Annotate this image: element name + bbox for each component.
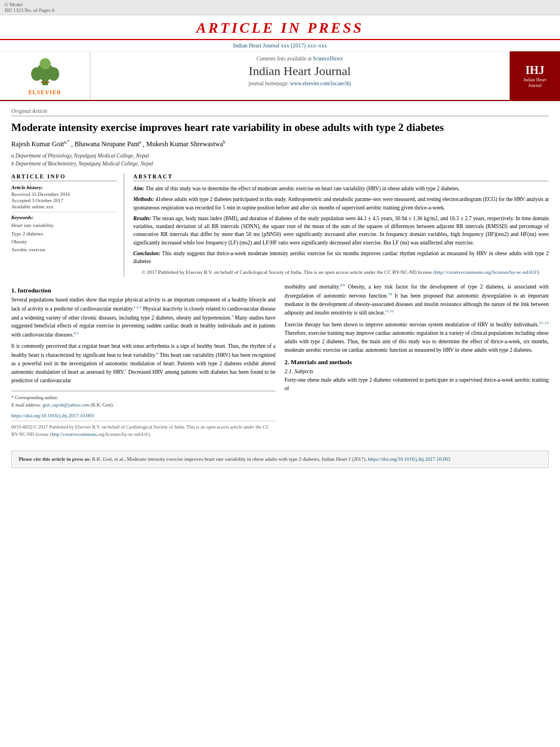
intro-para1: Several populations based studies show t… bbox=[11, 296, 275, 339]
doi-line: Indian Heart Journal xxx (2017) xxx–xxx bbox=[0, 40, 560, 51]
conclusion-text: This study suggests that thrice-a-week m… bbox=[133, 251, 549, 264]
keyword2: Type 2 diabetes bbox=[11, 230, 117, 238]
citation-text: R.K. Goit, et al., Moderate intensity ex… bbox=[92, 456, 366, 462]
section2-title: 2. Materials and methods bbox=[285, 359, 549, 365]
main-content: Original Article Moderate intensity exer… bbox=[0, 101, 560, 445]
ihj-badge: IHJ Indian HeartJournal bbox=[523, 64, 546, 88]
author1-name: Rajesh Kumar Goit bbox=[11, 140, 64, 148]
svg-point-3 bbox=[48, 67, 59, 81]
footnote-area: * Corresponding author. E-mail address: … bbox=[11, 391, 275, 409]
keywords-label: Keywords: bbox=[11, 215, 117, 220]
intro-section-title: 1. Introduction bbox=[11, 287, 275, 294]
accepted-date: Accepted 3 October 2017 bbox=[11, 198, 117, 203]
citation-label: Please cite this article in press as: bbox=[19, 456, 91, 462]
abstract-copyright: © 2017 Published by Elsevier B.V. on beh… bbox=[133, 269, 549, 277]
license-link[interactable]: (http://creativecommons.org/licenses/by-… bbox=[434, 269, 541, 275]
methods-text: 41obese adults with type 2 diabetes part… bbox=[133, 196, 549, 210]
svg-point-4 bbox=[40, 58, 51, 69]
citation-box: Please cite this article in press as: R.… bbox=[11, 451, 549, 469]
body-content: 1. Introduction Several populations base… bbox=[11, 282, 549, 438]
footnote-email: E-mail address: goit_rajesh@yahoo.com (R… bbox=[11, 401, 275, 409]
affiliations: a Department of Physiology, Nepalgunj Me… bbox=[11, 152, 549, 168]
author3-sup: b bbox=[223, 139, 225, 145]
journal-header-right: IHJ Indian HeartJournal bbox=[509, 51, 560, 100]
affiliation1: a Department of Physiology, Nepalgunj Me… bbox=[11, 152, 549, 160]
article-history-label: Article history: bbox=[11, 185, 117, 190]
top-banner: G Model IHJ 1323 No. of Pages 6 bbox=[0, 0, 560, 15]
footnote-corresponding: * Corresponding author. bbox=[11, 394, 275, 401]
abstract-heading: ABSTRACT bbox=[133, 173, 549, 181]
aim-label: Aim: bbox=[133, 186, 145, 191]
keyword1: Heart rate variability bbox=[11, 221, 117, 229]
journal-url[interactable]: www.elsevier.com/locate/ihj bbox=[290, 81, 351, 86]
info-divider bbox=[11, 212, 117, 212]
author1-sup: a,* bbox=[64, 139, 69, 145]
body-left-col: 1. Introduction Several populations base… bbox=[11, 282, 275, 438]
journal-header: ELSEVIER Contents lists available at Sci… bbox=[0, 51, 560, 101]
g-model-label: G Model IHJ 1323 No. of Pages 6 bbox=[5, 2, 55, 13]
author2-name: , Bhawana Neupane Pant bbox=[71, 140, 139, 148]
received-date: Received 31 December 2016 bbox=[11, 191, 117, 197]
results-label: Results: bbox=[133, 216, 151, 221]
right-para3: Forty-one obese male adults with type 2 … bbox=[285, 376, 549, 392]
article-type: Original Article bbox=[11, 108, 549, 116]
results-text: The mean age, body mass index (BMI), and… bbox=[133, 216, 549, 246]
article-in-press-title: ARTICLE IN PRESS bbox=[0, 20, 560, 37]
contents-line: Contents lists available at ScienceDirec… bbox=[95, 56, 505, 62]
author2-sup: a bbox=[139, 139, 142, 145]
journal-homepage: journal homepage: www.elsevier.com/locat… bbox=[95, 81, 505, 86]
body-two-col: 1. Introduction Several populations base… bbox=[11, 282, 549, 438]
results-section: Results: The mean age, body mass index (… bbox=[133, 215, 549, 247]
email-link[interactable]: goit_rajesh@yahoo.com bbox=[42, 402, 89, 408]
abstract-col: ABSTRACT Aim: The aim of this study was … bbox=[133, 173, 549, 277]
article-info-heading: ARTICLE INFO bbox=[11, 173, 117, 181]
aim-section: Aim: The aim of this study was to determ… bbox=[133, 185, 549, 193]
subsection-title: 2.1. Subjects bbox=[285, 368, 549, 374]
conclusion-label: Conclusion: bbox=[133, 251, 160, 256]
keyword4: Aerobic exercise bbox=[11, 246, 117, 254]
methods-section: Methods: 41obese adults with type 2 diab… bbox=[133, 195, 549, 212]
svg-rect-5 bbox=[41, 81, 49, 83]
citation-doi-link[interactable]: https://doi.org/10.1016/j.ihj.2017.10.00… bbox=[368, 456, 450, 462]
right-para2: Exercise therapy has been shown to impro… bbox=[285, 320, 549, 354]
doi-footer: https://doi.org/10.1016/j.ihj.2017.10.00… bbox=[11, 412, 275, 418]
abstract-text: Aim: The aim of this study was to determ… bbox=[133, 185, 549, 277]
journal-header-center: Contents lists available at ScienceDirec… bbox=[90, 51, 509, 100]
info-abstract-section: ARTICLE INFO Article history: Received 3… bbox=[11, 173, 549, 277]
bottom-copyright: 0019-4832/© 2017 Published by Elsevier B… bbox=[11, 421, 275, 438]
elsevier-logo: ELSEVIER bbox=[25, 56, 65, 95]
keyword3: Obesity bbox=[11, 238, 117, 246]
doi-footer-link[interactable]: https://doi.org/10.1016/j.ihj.2017.10.00… bbox=[11, 413, 94, 418]
bottom-cc-link[interactable]: http://creativecommons. bbox=[51, 431, 98, 437]
methods-label: Methods: bbox=[133, 196, 154, 202]
elsevier-tree-icon bbox=[25, 56, 65, 87]
right-para1: morbidity and mortality.8,9 Obesity, a k… bbox=[285, 282, 549, 317]
keywords-list: Heart rate variability Type 2 diabetes O… bbox=[11, 221, 117, 254]
doi-link[interactable]: Indian Heart Journal xxx (2017) xxx–xxx bbox=[233, 42, 327, 49]
author3-name: , Mukesh Kumar Shrewastwa bbox=[143, 140, 223, 148]
article-title: Moderate intensity exercise improves hea… bbox=[11, 121, 549, 135]
article-in-press-bar: ARTICLE IN PRESS bbox=[0, 15, 560, 40]
elsevier-text: ELSEVIER bbox=[25, 89, 65, 95]
journal-title: Indian Heart Journal bbox=[95, 64, 505, 78]
body-right-col: morbidity and mortality.8,9 Obesity, a k… bbox=[285, 282, 549, 438]
available-online: Available online xxx bbox=[11, 204, 117, 209]
sciencedirect-link[interactable]: ScienceDirect bbox=[313, 56, 343, 62]
intro-para2: It is commonly perceived that a regular … bbox=[11, 342, 275, 385]
article-info-col: ARTICLE INFO Article history: Received 3… bbox=[11, 173, 124, 277]
affiliation2: b Department of Biochemistry, Nepalgunj … bbox=[11, 160, 549, 168]
conclusion-section: Conclusion: This study suggests that thr… bbox=[133, 250, 549, 266]
authors-line: Rajesh Kumar Goita,* , Bhawana Neupane P… bbox=[11, 139, 549, 148]
svg-point-2 bbox=[31, 67, 42, 81]
journal-header-left: ELSEVIER bbox=[0, 51, 90, 100]
aim-text: The aim of this study was to determine t… bbox=[145, 186, 460, 191]
